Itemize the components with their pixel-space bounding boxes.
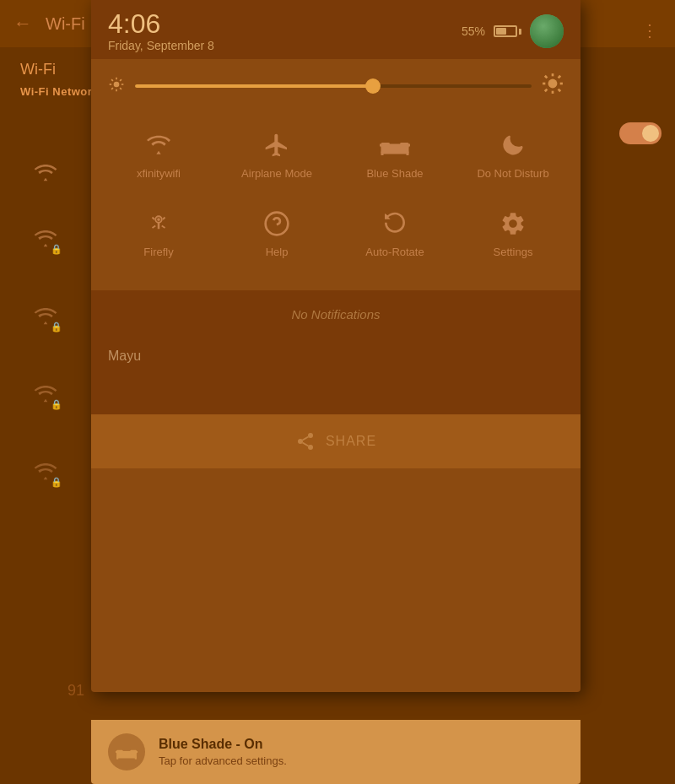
- partial-number: 91: [68, 682, 84, 700]
- tile-settings[interactable]: Settings: [462, 198, 564, 270]
- tile-blue-shade[interactable]: Blue Shade: [344, 120, 446, 192]
- share-icon: [295, 431, 316, 451]
- tile-do-not-disturb-label: Do Not Disturb: [477, 167, 548, 181]
- svg-line-8: [120, 79, 122, 81]
- battery-icon: [494, 25, 521, 37]
- svg-point-30: [308, 445, 313, 450]
- battery-tip: [519, 29, 521, 35]
- notif-subtitle: Tap for advanced settings.: [159, 754, 564, 767]
- wifi-toggle[interactable]: [619, 122, 662, 144]
- svg-point-9: [548, 79, 558, 89]
- wifi-locked-icon-2: 🔒: [34, 307, 57, 329]
- status-right: 55%: [462, 14, 564, 48]
- mayu-text: Mayu: [91, 338, 580, 414]
- list-item[interactable]: 🔒: [0, 292, 91, 344]
- tiles-row-2: Firefly Help: [100, 198, 572, 270]
- brightness-low-icon: [108, 76, 125, 97]
- list-item[interactable]: 🔒: [0, 214, 91, 267]
- brightness-high-icon: [542, 73, 564, 100]
- status-bar: 4:06 Friday, September 8 55%: [91, 0, 580, 59]
- notif-bed-icon: [116, 743, 138, 761]
- airplane-tile-icon: [263, 130, 290, 160]
- wifi-locked-icon-4: 🔒: [34, 462, 57, 484]
- no-notifications-text: No Notifications: [91, 290, 580, 338]
- svg-line-7: [111, 88, 113, 89]
- svg-line-31: [303, 442, 309, 446]
- notif-title: Blue Shade - On: [159, 737, 564, 752]
- help-tile-icon: [263, 208, 290, 239]
- bed-tile-icon: [380, 130, 410, 160]
- svg-rect-22: [407, 152, 409, 156]
- tile-auto-rotate[interactable]: Auto-Rotate: [344, 198, 446, 270]
- back-button[interactable]: ←: [14, 13, 32, 35]
- tile-help[interactable]: Help: [226, 198, 327, 270]
- tile-airplane-mode[interactable]: Airplane Mode: [226, 120, 327, 192]
- tile-settings-label: Settings: [494, 246, 533, 260]
- notifications-area: No Notifications Mayu: [91, 290, 580, 414]
- notif-icon-background: [108, 733, 145, 770]
- list-item[interactable]: 🔒: [0, 370, 91, 422]
- list-item[interactable]: [0, 149, 91, 197]
- svg-line-15: [559, 89, 561, 92]
- share-button[interactable]: SHARE: [91, 414, 580, 468]
- tile-airplane-label: Airplane Mode: [241, 167, 312, 181]
- brightness-fill: [135, 84, 373, 88]
- tile-do-not-disturb[interactable]: Do Not Disturb: [462, 120, 564, 192]
- svg-line-16: [545, 89, 548, 92]
- avatar-image: [530, 14, 564, 48]
- wifi-tile-icon: [145, 130, 172, 160]
- list-item[interactable]: 🔒: [0, 447, 91, 500]
- brightness-thumb[interactable]: [365, 78, 381, 94]
- wifi-icon: [34, 164, 57, 182]
- share-label: SHARE: [326, 434, 376, 449]
- tile-xfinitywifi-label: xfinitywifi: [137, 167, 181, 181]
- svg-point-0: [114, 81, 120, 87]
- tile-auto-rotate-label: Auto-Rotate: [365, 246, 424, 260]
- svg-line-5: [111, 79, 113, 81]
- brightness-row: [91, 59, 580, 113]
- battery-body: [494, 25, 517, 37]
- svg-rect-38: [116, 751, 138, 753]
- svg-line-6: [120, 88, 122, 89]
- toggle-knob: [642, 125, 659, 142]
- tile-xfinitywifi[interactable]: xfinitywifi: [108, 120, 209, 192]
- tile-help-label: Help: [266, 246, 289, 260]
- tile-firefly-label: Firefly: [143, 246, 173, 260]
- svg-line-17: [559, 76, 561, 78]
- moon-tile-icon: [501, 130, 525, 160]
- svg-point-29: [298, 439, 303, 444]
- svg-point-28: [308, 433, 313, 438]
- rotate-tile-icon: [381, 208, 408, 239]
- date: Friday, September 8: [108, 39, 214, 52]
- wifi-locked-icon-3: 🔒: [34, 385, 57, 407]
- svg-rect-23: [380, 144, 410, 147]
- notification-panel: 4:06 Friday, September 8 55%: [91, 0, 580, 692]
- three-dots-menu[interactable]: ⋮: [641, 20, 658, 41]
- battery-percent: 55%: [462, 24, 485, 38]
- svg-line-32: [303, 436, 309, 440]
- tile-firefly[interactable]: Firefly: [108, 198, 209, 270]
- blue-shade-notification[interactable]: Blue Shade - On Tap for advanced setting…: [91, 720, 580, 784]
- settings-title: Wi-Fi: [46, 14, 85, 34]
- quick-tiles-section: xfinitywifi Airplane Mode: [91, 113, 580, 290]
- avatar[interactable]: [530, 14, 564, 48]
- tile-blue-shade-label: Blue Shade: [366, 167, 423, 181]
- firefly-tile-icon: [146, 208, 171, 239]
- battery-fill: [496, 28, 506, 35]
- time-date-block: 4:06 Friday, September 8: [108, 10, 214, 52]
- clock: 4:06: [108, 10, 214, 37]
- svg-rect-21: [381, 152, 384, 156]
- svg-rect-37: [135, 756, 137, 759]
- sidebar-wifi-items: 🔒 🔒 🔒 🔒: [0, 47, 91, 500]
- svg-point-25: [157, 218, 160, 221]
- wifi-locked-icon: 🔒: [34, 230, 57, 251]
- notif-text-block: Blue Shade - On Tap for advanced setting…: [159, 737, 564, 767]
- brightness-slider[interactable]: [135, 84, 532, 88]
- svg-rect-36: [116, 756, 118, 759]
- tiles-row-1: xfinitywifi Airplane Mode: [100, 120, 572, 192]
- gear-tile-icon: [500, 208, 526, 239]
- svg-line-14: [545, 76, 548, 78]
